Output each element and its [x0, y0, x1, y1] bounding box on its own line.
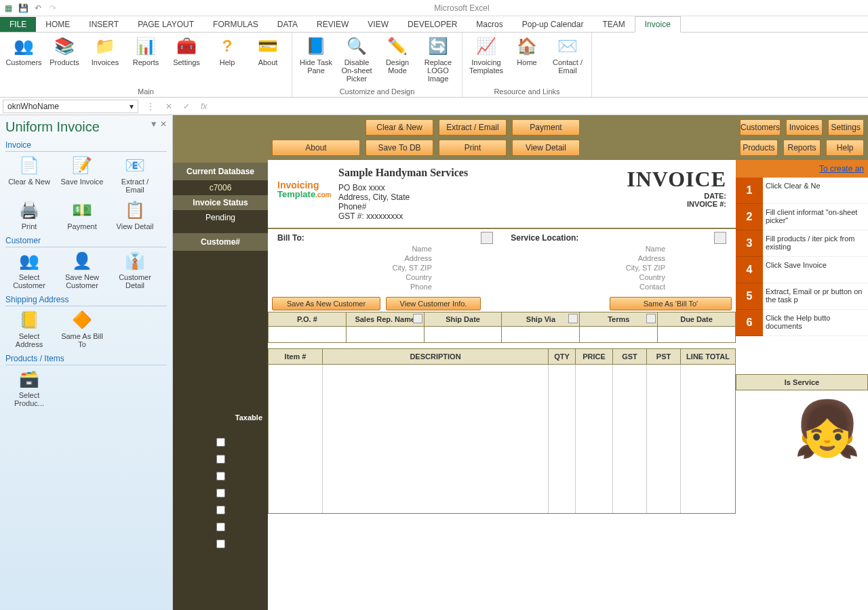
ship-date-cell[interactable]	[425, 327, 502, 342]
btn-about[interactable]: About	[272, 140, 360, 156]
tp-payment[interactable]: 💵Payment	[58, 199, 106, 230]
ribbon-invoices[interactable]: 📁Invoices	[87, 35, 123, 66]
tab-developer[interactable]: DEVELOPER	[398, 17, 467, 32]
ribbon-about[interactable]: 💳About	[250, 35, 286, 66]
tp-same-as-billto[interactable]: 🔶Same As Bill To	[58, 309, 106, 348]
btn-print[interactable]: Print	[439, 140, 507, 156]
btn-products[interactable]: Products	[740, 140, 778, 156]
db-value: c7006	[173, 180, 268, 195]
tp-save-invoice[interactable]: 📝Save Invoice	[58, 155, 106, 194]
bill-to-box: Bill To: Name Address City, ST ZIP Count…	[277, 232, 493, 291]
tab-view[interactable]: VIEW	[358, 17, 398, 32]
btn-settings[interactable]: Settings	[828, 119, 864, 136]
taxable-chk[interactable]	[216, 540, 225, 548]
tp-extract-email[interactable]: 📧Extract / Email	[111, 155, 159, 194]
create-link[interactable]: To create an	[736, 160, 868, 178]
taxable-chk[interactable]	[216, 489, 225, 497]
ribbon-group-label: Resource and Links	[468, 86, 586, 96]
ribbon-templates[interactable]: 📈Invoicing Templates	[468, 35, 505, 75]
po-num-cell[interactable]	[269, 327, 347, 342]
company-info: Sample Handyman Services PO Box xxxx Add…	[338, 167, 468, 221]
name-box[interactable]: oknWhoName▾	[3, 100, 138, 113]
ribbon-settings[interactable]: 🧰Settings	[168, 35, 205, 66]
step-text: Click Clear & Ne	[763, 178, 868, 204]
col-desc: DESCRIPTION	[323, 349, 549, 364]
ribbon-customers[interactable]: 👥Customers	[5, 35, 42, 66]
ribbon-help[interactable]: ?Help	[209, 35, 245, 66]
taskpane-close-icon[interactable]: ▼ ✕	[150, 119, 167, 135]
terms-cell[interactable]	[580, 327, 658, 342]
tab-formulas[interactable]: FORMULAS	[203, 17, 268, 32]
ship-via-cell[interactable]	[502, 327, 580, 342]
btn-view-detail[interactable]: View Detail	[512, 140, 580, 156]
btn-save-new-customer[interactable]: Save As New Customer	[272, 297, 380, 310]
undo-icon[interactable]: ↶	[33, 3, 43, 14]
taxable-chk[interactable]	[216, 506, 225, 514]
ribbon-replace-logo[interactable]: 🔄Replace LOGO Image	[420, 35, 456, 83]
ribbon-products[interactable]: 📚Products	[46, 35, 83, 66]
tp-clear-new[interactable]: 📄Clear & New	[5, 155, 53, 194]
taxable-chk[interactable]	[216, 455, 225, 464]
tab-insert[interactable]: INSERT	[79, 17, 128, 32]
ship-via-picker[interactable]	[568, 314, 578, 323]
cancel-icon[interactable]: ✕	[160, 102, 178, 111]
sales-rep-cell[interactable]	[347, 327, 425, 342]
tp-print[interactable]: 🖨️Print	[5, 199, 53, 230]
redo-icon[interactable]: ↷	[47, 3, 58, 14]
ribbon-home[interactable]: 🏠Home	[509, 35, 545, 75]
po-num-hdr: P.O. #	[269, 312, 347, 326]
accept-icon[interactable]: ✓	[178, 102, 195, 111]
chevron-down-icon[interactable]: ▾	[130, 102, 134, 111]
tab-team[interactable]: TEAM	[593, 17, 634, 32]
due-date-cell[interactable]	[658, 327, 735, 342]
btn-help[interactable]: Help	[826, 140, 864, 156]
ribbon-hide-task[interactable]: 📘Hide Task Pane	[298, 35, 334, 83]
btn-customers[interactable]: Customers	[740, 119, 781, 136]
tab-review[interactable]: REVIEW	[307, 17, 358, 32]
btn-same-as-billto[interactable]: Same As 'Bill To'	[610, 297, 732, 310]
btn-extract-email[interactable]: Extract / Email	[439, 119, 507, 136]
tab-file[interactable]: FILE	[0, 17, 36, 32]
tp-save-customer[interactable]: 👤Save New Customer	[58, 250, 106, 289]
ribbon-contact[interactable]: ✉️Contact / Email	[549, 35, 586, 75]
sales-rep-hdr: Sales Rep. Name	[347, 312, 425, 326]
items-grid[interactable]	[268, 365, 736, 514]
tp-customer-detail[interactable]: 👔Customer Detail	[111, 250, 159, 289]
items-header: Item # DESCRIPTION QTY PRICE GST PST LIN…	[268, 348, 736, 365]
taxable-chk[interactable]	[216, 472, 225, 481]
invoice-body: Clear & New Extract / Email Payment Abou…	[268, 115, 736, 610]
tab-pagelayout[interactable]: PAGE LAYOUT	[128, 17, 203, 32]
ribbon-design-mode[interactable]: ✏️Design Mode	[379, 35, 416, 83]
excel-icon: ▦	[3, 3, 14, 14]
ribbon-reports[interactable]: 📊Reports	[127, 35, 164, 66]
billto-picker-button[interactable]	[481, 232, 493, 244]
ribbon-disable-picker[interactable]: 🔍Disable On-sheet Picker	[338, 35, 375, 83]
tab-home[interactable]: HOME	[36, 17, 79, 32]
tp-select-products[interactable]: 🗃️Select Produc...	[5, 368, 53, 407]
taskpane-title: Uniform Invoice▼ ✕	[5, 119, 167, 135]
tab-macros[interactable]: Macros	[467, 17, 512, 32]
step-num: 5	[736, 283, 763, 310]
taxable-chk[interactable]	[216, 438, 225, 447]
ribbon-group-label: Main	[5, 86, 286, 96]
tab-invoice[interactable]: Invoice	[635, 16, 681, 33]
taxable-chk[interactable]	[216, 523, 225, 531]
btn-view-customer-info[interactable]: View Customer Info.	[386, 297, 481, 310]
save-icon[interactable]: 💾	[18, 3, 28, 14]
col-gst: GST	[613, 349, 647, 364]
tab-popup[interactable]: Pop-up Calendar	[513, 17, 593, 32]
btn-invoices[interactable]: Invoices	[786, 119, 822, 136]
fx-icon[interactable]: fx	[195, 102, 212, 111]
btn-save-db[interactable]: Save To DB	[366, 140, 433, 156]
tp-select-customer[interactable]: 👥Select Customer	[5, 250, 53, 289]
btn-clear-new[interactable]: Clear & New	[366, 119, 433, 136]
btn-payment[interactable]: Payment	[512, 119, 580, 136]
tab-data[interactable]: DATA	[268, 17, 307, 32]
terms-picker[interactable]	[646, 314, 656, 323]
service-picker-button[interactable]	[714, 232, 726, 244]
tp-view-detail[interactable]: 📋View Detail	[111, 199, 159, 230]
sales-rep-picker[interactable]	[413, 314, 422, 323]
sheet-left-col: Current Database c7006 Invoice Status Pe…	[173, 115, 268, 610]
tp-select-address[interactable]: 📒Select Address	[5, 309, 53, 348]
btn-reports[interactable]: Reports	[783, 140, 821, 156]
